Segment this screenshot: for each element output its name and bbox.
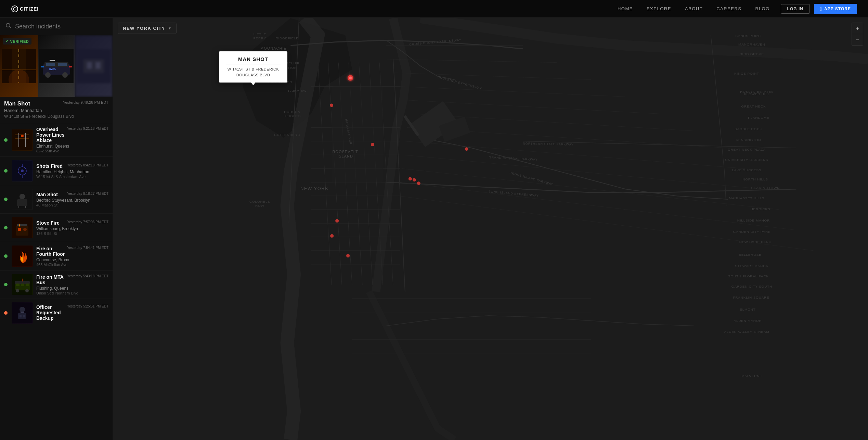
svg-point-1 [13, 8, 16, 10]
svg-text:UNIVERSITY GARDENS: UNIVERSITY GARDENS [725, 158, 768, 162]
verified-badge: ✓ VERIFIED [3, 38, 31, 45]
svg-text:GARDEN CITY PARK: GARDEN CITY PARK [733, 230, 771, 234]
incident-title-row: Officer Requested Backup Yesterday 5:25:… [36, 304, 108, 321]
incident-title: Man Shot [36, 192, 58, 197]
incident-body: Overhead Power Lines Ablaze Yesterday 9:… [36, 127, 108, 153]
chevron-down-icon: ▼ [168, 26, 171, 30]
incident-title-row: Man Shot Yesterday 8:18:27 PM EDT [36, 192, 108, 197]
nav-explore[interactable]: EXPLORE [647, 6, 671, 11]
incident-item[interactable]: Stove Fire Yesterday 7:57:06 PM EDT Will… [0, 214, 113, 242]
incident-location: Elmhurst, Queens [36, 144, 108, 149]
svg-point-54 [25, 289, 29, 292]
svg-rect-45 [17, 224, 27, 226]
svg-text:HEIGHTS: HEIGHTS [284, 114, 301, 118]
svg-text:PLANDOME: PLANDOME [748, 116, 769, 120]
incident-list: Overhead Power Lines Ablaze Yesterday 9:… [0, 123, 113, 327]
popup-title: MAN SHOT [226, 56, 281, 62]
incident-item[interactable]: Overhead Power Lines Ablaze Yesterday 9:… [0, 123, 113, 157]
svg-point-163 [413, 178, 416, 181]
svg-text:GREAT NECK PLAZA: GREAT NECK PLAZA [728, 148, 766, 151]
svg-text:ISLAND: ISLAND [337, 154, 353, 158]
zoom-in-button[interactable]: + [852, 23, 863, 34]
svg-rect-22 [83, 59, 104, 73]
featured-title: Man Shot [4, 100, 30, 107]
city-selector[interactable]: NEW YORK CITY ▼ [118, 23, 177, 34]
logo[interactable]: CITIZEN [11, 5, 38, 13]
status-dot [4, 198, 8, 201]
incident-body: Fire on MTA Bus Yesterday 5:43:18 PM EDT… [36, 274, 108, 295]
nav-home[interactable]: HOME [618, 6, 633, 11]
incident-item[interactable]: Fire on Fourth Floor Yesterday 7:54:41 P… [0, 242, 113, 271]
popup-address-line2: DOUGLASS BLVD [236, 73, 270, 77]
status-dot [4, 169, 8, 173]
incident-sidebar: NYPD ✓ VERIFIED Man Shot Yester [0, 18, 113, 440]
incident-address: 48 Mason St [36, 203, 108, 207]
appstore-button[interactable]:  APP STORE [814, 4, 857, 14]
incident-time: Yesterday 9:21:18 PM EDT [67, 127, 108, 130]
incident-location: Concourse, Bronx [36, 257, 108, 262]
svg-rect-37 [17, 199, 27, 206]
incident-item[interactable]: Man Shot Yesterday 8:18:27 PM EDT Bedfor… [0, 185, 113, 214]
apple-icon:  [820, 6, 822, 12]
incident-time: Yesterday 7:54:41 PM EDT [67, 246, 108, 250]
incident-title: Fire on Fourth Floor [36, 246, 66, 257]
incident-item[interactable]: Shots Fired Yesterday 8:42:10 PM EDT Ham… [0, 157, 113, 185]
svg-text:GREAT NECK: GREAT NECK [741, 104, 766, 108]
svg-text:SADDLE ROCK: SADDLE ROCK [735, 127, 762, 131]
incident-title: Officer Requested Backup [36, 304, 66, 321]
verified-label: VERIFIED [10, 39, 29, 43]
incident-body: Shots Fired Yesterday 8:42:10 PM EDT Ham… [36, 163, 108, 179]
svg-rect-19 [41, 66, 44, 67]
incident-body: Officer Requested Backup Yesterday 5:25:… [36, 304, 108, 322]
incident-item[interactable]: Fire on MTA Bus Yesterday 5:43:18 PM EDT… [0, 271, 113, 299]
incident-address: 465 McClellan Ave [36, 263, 108, 267]
incident-thumb [12, 217, 33, 238]
incident-time: Yesterday 8:42:10 PM EDT [67, 163, 108, 167]
featured-title-row: Man Shot Yesterday 9:49:28 PM EDT [4, 100, 108, 108]
incident-title-row: Overhead Power Lines Ablaze Yesterday 9:… [36, 127, 108, 143]
incident-thumb [12, 129, 33, 151]
svg-rect-52 [26, 284, 29, 286]
status-dot [4, 311, 8, 315]
incident-body: Fire on Fourth Floor Yesterday 7:54:41 P… [36, 246, 108, 267]
svg-rect-20 [69, 66, 72, 67]
featured-time: Yesterday 9:49:28 PM EDT [63, 100, 108, 104]
appstore-label: APP STORE [824, 7, 851, 11]
thumb1-svg [2, 49, 36, 83]
map-area[interactable]: MOONACHIE UNDERCLIFF JUNCTION EDGEWATER … [113, 18, 868, 440]
svg-rect-14 [58, 63, 67, 66]
search-input[interactable] [15, 23, 107, 30]
svg-line-4 [10, 27, 11, 28]
zoom-out-button[interactable]: − [852, 34, 863, 45]
incident-title: Stove Fire [36, 220, 60, 226]
svg-point-168 [465, 147, 468, 151]
incident-body: Man Shot Yesterday 8:18:27 PM EDT Bedfor… [36, 192, 108, 207]
featured-location: Harlem, Manhattan [4, 108, 108, 113]
city-name: NEW YORK CITY [123, 26, 165, 31]
svg-text:MALVERNE: MALVERNE [741, 374, 762, 378]
svg-text:NEW YORK: NEW YORK [300, 186, 328, 191]
incident-time: Yesterday 7:57:06 PM EDT [67, 220, 108, 224]
svg-rect-60 [21, 312, 24, 313]
svg-point-15 [45, 72, 51, 78]
featured-incident[interactable]: NYPD ✓ VERIFIED Man Shot Yester [0, 35, 113, 123]
nav-about[interactable]: ABOUT [685, 6, 703, 11]
nav-careers[interactable]: CAREERS [716, 6, 741, 11]
svg-point-44 [23, 228, 27, 231]
incident-address: 82-2 55th Ave [36, 149, 108, 153]
login-button[interactable]: LOG IN [781, 4, 810, 14]
incident-thumb [12, 246, 33, 267]
svg-text:ROSLYN ESTATES: ROSLYN ESTATES [740, 90, 774, 93]
incident-body: Stove Fire Yesterday 7:57:06 PM EDT Will… [36, 220, 108, 236]
svg-rect-13 [46, 63, 55, 66]
incident-time: Yesterday 8:18:27 PM EDT [67, 192, 108, 196]
popup-address-line1: W 141ST ST & FREDERICK [228, 67, 279, 71]
svg-text:HUDSON: HUDSON [284, 110, 300, 114]
svg-text:MOONACHIE: MOONACHIE [260, 46, 287, 50]
svg-point-43 [18, 228, 21, 231]
nav-blog[interactable]: BLOG [755, 6, 769, 11]
search-bar[interactable] [0, 18, 113, 35]
svg-point-16 [62, 72, 68, 78]
svg-point-162 [409, 177, 412, 180]
incident-item[interactable]: Officer Requested Backup Yesterday 5:25:… [0, 299, 113, 327]
